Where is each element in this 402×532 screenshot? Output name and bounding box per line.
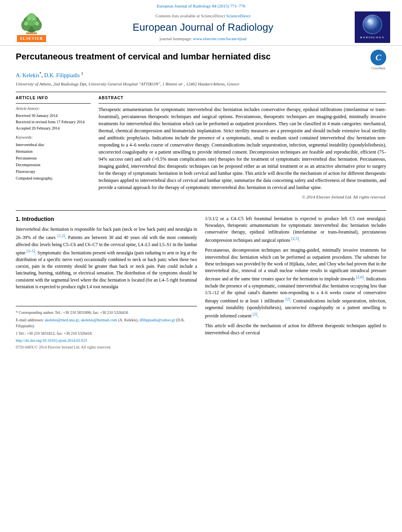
svg-point-13	[368, 19, 371, 22]
section1-heading: 1. Introduction	[16, 215, 197, 223]
article-info-divider	[16, 92, 386, 92]
body-text-left: Intervertebral disc herniation is respon…	[16, 226, 197, 290]
affiliation: University of Athens, 2nd Radiology Dpt,…	[16, 81, 386, 87]
keyword-6: Computed tomography,	[16, 175, 91, 182]
article-info-panel: ARTICLE INFO Article history: Received 3…	[16, 95, 91, 200]
date-accepted: Accepted 20 February 2014	[16, 125, 91, 132]
svg-point-11	[363, 15, 382, 33]
sciencedirect-link[interactable]: ScienceDirect	[226, 13, 251, 18]
date-revised: Received in revised form 17 February 201…	[16, 119, 91, 125]
ref-2-5[interactable]: [2,5]	[291, 236, 299, 241]
date-received: Received 30 January 2014	[16, 113, 91, 119]
ref-2-6[interactable]: [2,6]	[356, 275, 364, 279]
keyword-1: Intervertebral disc	[16, 141, 91, 148]
body-content: 1. Introduction Intervertebral disc hern…	[0, 215, 402, 350]
ref-1-2[interactable]: [1,2]	[58, 234, 65, 238]
crossmark-icon: C	[370, 50, 386, 65]
svg-point-8	[28, 17, 31, 20]
body-text-right: 1/3-1/2 or a C4–C5 left foraminal hernia…	[205, 215, 386, 336]
body-divider	[16, 210, 386, 211]
issn-line: 0720-048X/© 2014 Elsevier Ireland Ltd. A…	[16, 345, 197, 350]
copyright-line: © 2014 Elsevier Ireland Ltd. All rights …	[99, 194, 386, 200]
keywords-section: Keywords: Intervertebral disc Herniation…	[16, 135, 91, 182]
abstract-label: ABSTRACT	[99, 95, 386, 101]
ref-2b[interactable]: [2]	[253, 312, 257, 316]
page-container: European Journal of Radiology 84 (2015) …	[0, 0, 402, 532]
article-content: Percutaneous treatment of cervical and l…	[0, 46, 402, 206]
body-left-column: 1. Introduction Intervertebral disc hern…	[16, 215, 197, 350]
footnote-1: 1 Tel.: +30 210 5831812; fax: +30 210 53…	[16, 330, 197, 336]
journal-homepage: journal homepage: www.elsevier.com/locat…	[51, 36, 355, 42]
body-separator-container	[0, 210, 402, 211]
info-top-divider	[16, 103, 91, 104]
keyword-3: Percutaneous	[16, 155, 91, 161]
journal-title: European Journal of Radiology	[51, 20, 355, 34]
svg-rect-10	[26, 32, 37, 34]
journal-center: Contents lists available at ScienceDirec…	[51, 13, 355, 42]
crossmark-badge[interactable]: C CrossMark	[370, 50, 386, 70]
radiology-label: RADIOLOGY	[360, 36, 385, 40]
article-info-label: ARTICLE INFO	[16, 95, 91, 101]
elsevier-brand-label: ELSEVIER	[17, 35, 47, 42]
authors: A. Kelekis*, D.K. Filippiadis 1	[16, 71, 386, 79]
abstract-top-divider	[99, 103, 386, 104]
history-label: Article history:	[16, 106, 91, 111]
email2-link[interactable]: akelekis@hotmail.com	[81, 318, 117, 322]
journal-volume-info: European Journal of Radiology 84 (2015) …	[12, 3, 390, 9]
abstract-text: Therapeutic armamentarium for symptomati…	[99, 106, 386, 191]
footnotes-area: * Corresponding author. Tel.: +30 210 58…	[16, 306, 197, 350]
author2-link[interactable]: D.K. Filippiadis	[44, 72, 80, 78]
email3-link[interactable]: dfilippiadis@yahoo.gr	[140, 318, 175, 322]
radiology-logo: RADIOLOGY	[355, 11, 390, 43]
ref-3-5[interactable]: [3–5]	[26, 249, 35, 253]
radiology-circle-svg	[363, 15, 382, 34]
contents-line: Contents lists available at ScienceDirec…	[51, 13, 355, 19]
article-title: Percutaneous treatment of cervical and l…	[16, 52, 363, 62]
article-history-section: Article history: Received 30 January 201…	[16, 106, 91, 132]
radiology-circle-graphic	[363, 15, 382, 34]
abstract-panel: ABSTRACT Therapeutic armamentarium for s…	[99, 95, 386, 200]
email1-link[interactable]: akelekis@med.una.gr	[45, 318, 79, 322]
keyword-4: Decompression	[16, 161, 91, 168]
homepage-link[interactable]: www.elsevier.com/locate/ejrad	[193, 36, 247, 41]
svg-point-9	[32, 17, 35, 20]
elsevier-tree-icon	[18, 13, 45, 34]
header-content: ELSEVIER Contents lists available at Sci…	[12, 11, 390, 43]
journal-header: European Journal of Radiology 84 (2015) …	[0, 0, 402, 46]
keyword-5: Fluoroscopy	[16, 168, 91, 175]
keywords-label: Keywords:	[16, 135, 91, 140]
author-sup: 1	[81, 71, 83, 76]
footnote-emails: E-mail addresses: akelekis@med.una.gr, a…	[16, 317, 197, 329]
ref-2[interactable]: [2]	[286, 297, 290, 301]
elsevier-logo: ELSEVIER	[12, 13, 51, 42]
doi-link[interactable]: http://dx.doi.org/10.1016/j.ejrad.2014.0…	[16, 338, 197, 343]
svg-point-7	[35, 22, 39, 26]
svg-point-6	[24, 22, 28, 26]
author1-link[interactable]: A. Kelekis	[16, 72, 39, 78]
footnote-star: * Corresponding author. Tel.: +30 210 58…	[16, 310, 197, 315]
keyword-2: Herniation	[16, 148, 91, 155]
body-right-column: 1/3-1/2 or a C4–C5 left foraminal hernia…	[205, 215, 386, 350]
article-info-abstract-row: ARTICLE INFO Article history: Received 3…	[16, 95, 386, 200]
